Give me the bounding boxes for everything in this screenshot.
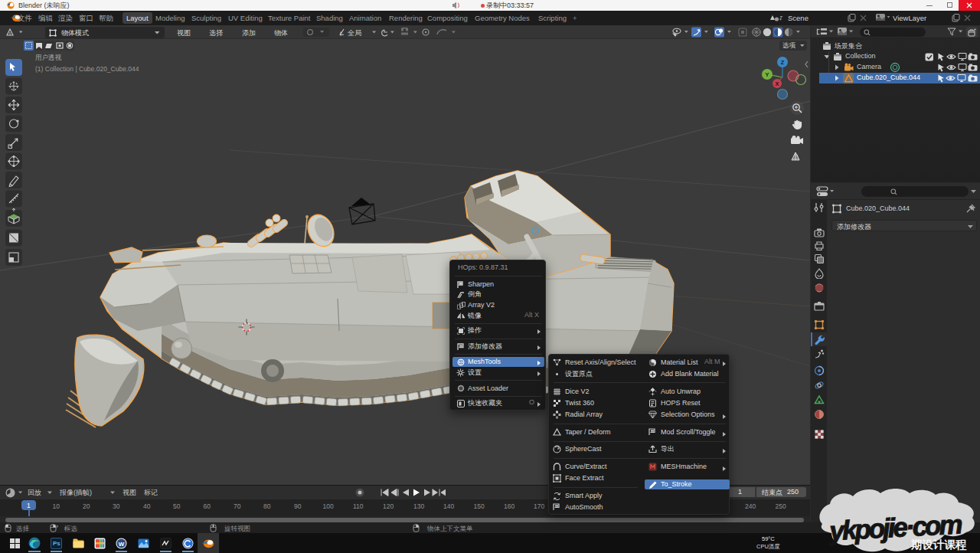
- svg-text:W: W: [119, 541, 125, 548]
- svg-text:Z: Z: [781, 59, 785, 66]
- svg-text:全局: 全局: [348, 29, 361, 37]
- svg-text:Y: Y: [765, 71, 769, 78]
- svg-text:X: X: [775, 80, 779, 87]
